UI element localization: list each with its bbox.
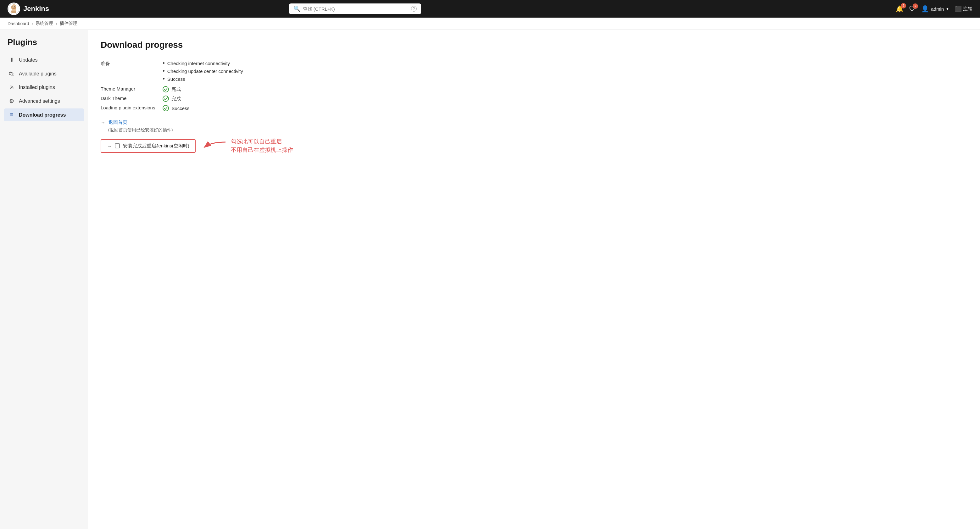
return-link-row: → 返回首页 [101, 119, 967, 125]
annotation-text: 勾选此可以自己重启 不用自己在虚拟机上操作 [231, 137, 293, 154]
annotation-arrow-icon [202, 139, 227, 153]
bell-badge: 2 [901, 3, 906, 8]
prep-item-1: Checking update center connectivity [162, 68, 321, 75]
user-menu[interactable]: 👤 admin ▼ [921, 5, 949, 13]
breadcrumb-dashboard[interactable]: Dashboard [8, 21, 29, 26]
svg-point-9 [163, 86, 169, 92]
sidebar-title: Plugins [4, 37, 84, 47]
restart-checkbox[interactable] [115, 143, 120, 148]
page-title: Download progress [101, 40, 967, 50]
breadcrumb-sep-1: › [32, 21, 33, 26]
chevron-down-icon: ▼ [946, 7, 949, 11]
plugin-row-2: Loading plugin extensions [101, 105, 155, 110]
check-icon-0 [162, 86, 169, 92]
breadcrumb-system[interactable]: 系统管理 [35, 21, 53, 26]
sidebar-item-advanced[interactable]: ⚙ Advanced settings [4, 95, 84, 108]
check-icon-2 [162, 105, 169, 111]
username-label: admin [931, 6, 944, 12]
logo-text: Jenkins [23, 5, 49, 13]
breadcrumb-sep-2: › [56, 21, 57, 26]
svg-rect-8 [12, 9, 16, 11]
plugin-name-0: Theme Manager [101, 86, 135, 92]
sidebar-item-installed-label: Installed plugins [19, 84, 55, 90]
svg-point-4 [12, 5, 16, 8]
plugin-name-1: Dark Theme [101, 95, 126, 101]
plugin-status-text-1: 完成 [172, 96, 181, 102]
annotation: 勾选此可以自己重启 不用自己在虚拟机上操作 [202, 137, 293, 154]
plugin-status-2: Success [162, 105, 321, 111]
logout-icon: ⬛ [955, 5, 962, 12]
settings-icon: ⚙ [8, 98, 15, 105]
svg-point-11 [163, 105, 169, 111]
svg-point-6 [14, 6, 15, 6]
gear-star-icon: ✳ [8, 84, 15, 91]
download-icon: ⬇ [8, 57, 15, 64]
progress-table: 准备 Checking internet connectivity Checki… [101, 60, 321, 112]
sidebar-item-advanced-label: Advanced settings [19, 98, 60, 104]
preparation-list: Checking internet connectivity Checking … [162, 60, 321, 84]
restart-row-wrapper: → 安装完成后重启Jenkins(空闲时) [101, 137, 967, 154]
plugin-row-1: Dark Theme [101, 95, 155, 101]
sidebar-item-available-label: Available plugins [19, 71, 57, 77]
plugin-status-text-2: Success [172, 106, 189, 111]
logo: Jenkins [8, 3, 49, 15]
plugin-status-1: 完成 [162, 95, 321, 102]
plugin-status-text-0: 完成 [172, 86, 181, 92]
breadcrumb-plugins: 插件管理 [60, 21, 77, 26]
header-right: 🔔 2 🛡 2 👤 admin ▼ ⬛ 注销 [896, 5, 972, 13]
svg-point-5 [13, 6, 13, 6]
sidebar-item-installed[interactable]: ✳ Installed plugins [4, 81, 84, 94]
sidebar-item-updates[interactable]: ⬇ Updates [4, 54, 84, 67]
return-home-link[interactable]: 返回首页 [108, 119, 127, 125]
check-icon-1 [162, 95, 169, 102]
preparation-label: 准备 [101, 60, 155, 67]
security-shield[interactable]: 🛡 2 [909, 5, 916, 13]
restart-checkbox-box: → 安装完成后重启Jenkins(空闲时) [101, 139, 196, 153]
help-icon: ? [411, 6, 417, 12]
return-arrow: → [101, 120, 105, 125]
prep-item-2: Success [162, 76, 321, 83]
sidebar-item-available[interactable]: 🛍 Available plugins [4, 67, 84, 80]
jenkins-logo-icon [8, 3, 20, 15]
svg-point-10 [163, 96, 169, 102]
logout-button[interactable]: ⬛ 注销 [955, 5, 972, 12]
main-content: Download progress 准备 Checking internet c… [88, 30, 980, 529]
sidebar-item-updates-label: Updates [19, 57, 38, 63]
sidebar: Plugins ⬇ Updates 🛍 Available plugins ✳ … [0, 30, 88, 529]
plugin-status-0: 完成 [162, 86, 321, 92]
logout-label: 注销 [963, 6, 972, 12]
breadcrumb: Dashboard › 系统管理 › 插件管理 [0, 17, 980, 30]
shield-badge: 2 [913, 3, 918, 9]
page-body: Plugins ⬇ Updates 🛍 Available plugins ✳ … [0, 30, 980, 529]
notifications-bell[interactable]: 🔔 2 [896, 5, 904, 13]
annotation-line1: 勾选此可以自己重启 [231, 137, 293, 146]
plugin-row-0: Theme Manager [101, 86, 155, 92]
search-bar[interactable]: 🔍 ? [289, 3, 421, 14]
header: Jenkins 🔍 ? 🔔 2 🛡 2 👤 admin ▼ ⬛ 注销 [0, 0, 980, 17]
restart-label: 安装完成后重启Jenkins(空闲时) [123, 143, 189, 149]
return-link-sub: (返回首页使用已经安装好的插件) [108, 127, 967, 133]
sidebar-item-download-label: Download progress [19, 112, 66, 118]
prep-item-0: Checking internet connectivity [162, 60, 321, 67]
bag-icon: 🛍 [8, 70, 15, 77]
annotation-line2: 不用自己在虚拟机上操作 [231, 146, 293, 154]
search-input[interactable] [303, 6, 409, 12]
sidebar-item-download-progress[interactable]: ≡ Download progress [4, 108, 84, 121]
search-icon: 🔍 [293, 5, 300, 12]
list-icon: ≡ [8, 111, 15, 118]
restart-action-row: → 安装完成后重启Jenkins(空闲时) [101, 139, 196, 153]
restart-arrow: → [107, 143, 111, 149]
plugin-name-2: Loading plugin extensions [101, 105, 155, 110]
user-icon: 👤 [921, 5, 929, 13]
